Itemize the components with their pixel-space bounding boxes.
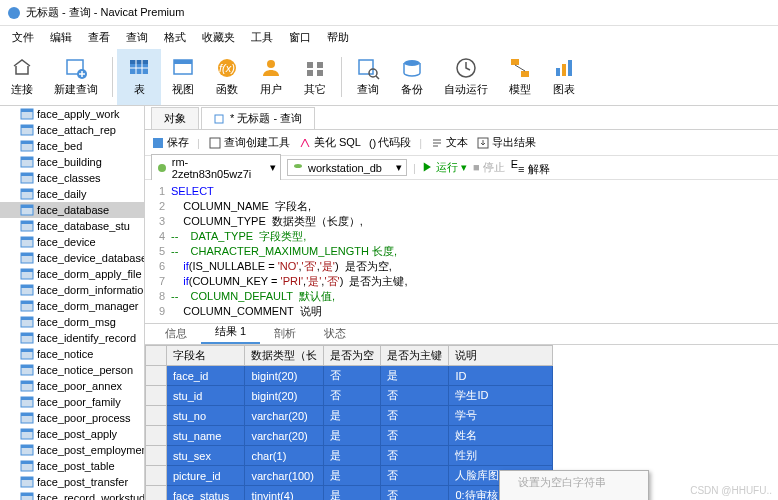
cell[interactable]: ID bbox=[449, 366, 552, 386]
tree-item[interactable]: face_poor_family bbox=[0, 394, 144, 410]
tree-item[interactable]: face_database_stu bbox=[0, 218, 144, 234]
user-button[interactable]: 用户 bbox=[249, 49, 293, 105]
tree-item[interactable]: face_identify_record bbox=[0, 330, 144, 346]
tab-result[interactable]: 结果 1 bbox=[201, 321, 260, 344]
cell[interactable]: 学生ID bbox=[449, 386, 552, 406]
cell[interactable]: 是 bbox=[324, 446, 381, 466]
menu-window[interactable]: 窗口 bbox=[281, 28, 319, 47]
cell[interactable]: 否 bbox=[381, 426, 449, 446]
menu-format[interactable]: 格式 bbox=[156, 28, 194, 47]
beautify-button[interactable]: 美化 SQL bbox=[298, 135, 361, 150]
tree-item[interactable]: face_database bbox=[0, 202, 144, 218]
function-button[interactable]: f(x)函数 bbox=[205, 49, 249, 105]
tree-item[interactable]: face_notice_person bbox=[0, 362, 144, 378]
tree-item[interactable]: face_post_employment bbox=[0, 442, 144, 458]
cell[interactable]: 否 bbox=[324, 366, 381, 386]
cell[interactable]: stu_id bbox=[167, 386, 245, 406]
tree-item[interactable]: face_building bbox=[0, 154, 144, 170]
cell[interactable]: 是 bbox=[381, 366, 449, 386]
cell[interactable]: 否 bbox=[381, 466, 449, 486]
cell[interactable]: face_id bbox=[167, 366, 245, 386]
cell[interactable]: stu_no bbox=[167, 406, 245, 426]
cell[interactable]: 学号 bbox=[449, 406, 552, 426]
cell[interactable]: 是 bbox=[324, 406, 381, 426]
cell[interactable]: 姓名 bbox=[449, 426, 552, 446]
tab-objects[interactable]: 对象 bbox=[151, 107, 199, 129]
tree-item[interactable]: face_device bbox=[0, 234, 144, 250]
cell[interactable]: bigint(20) bbox=[245, 366, 324, 386]
menu-tools[interactable]: 工具 bbox=[243, 28, 281, 47]
ctx-set-null[interactable]: 设置为 NULL bbox=[500, 494, 648, 500]
tree-item[interactable]: face_apply_work bbox=[0, 106, 144, 122]
cell[interactable]: face_status bbox=[167, 486, 245, 501]
connect-button[interactable]: 连接 bbox=[0, 49, 44, 105]
tree-item[interactable]: face_post_table bbox=[0, 458, 144, 474]
column-header[interactable]: 说明 bbox=[449, 346, 552, 366]
cell[interactable]: 是 bbox=[324, 486, 381, 501]
tree-item[interactable]: face_classes bbox=[0, 170, 144, 186]
result-grid[interactable]: 字段名数据类型（长是否为空是否为主键说明face_idbigint(20)否是I… bbox=[145, 345, 778, 500]
table-button[interactable]: 表 bbox=[117, 49, 161, 105]
menu-view[interactable]: 查看 bbox=[80, 28, 118, 47]
menu-favorites[interactable]: 收藏夹 bbox=[194, 28, 243, 47]
tree-item[interactable]: face_dorm_apply_file bbox=[0, 266, 144, 282]
cell[interactable]: 是 bbox=[324, 426, 381, 446]
cell[interactable]: 否 bbox=[381, 486, 449, 501]
query-button[interactable]: 查询 bbox=[346, 49, 390, 105]
cell[interactable]: bigint(20) bbox=[245, 386, 324, 406]
export-button[interactable]: 导出结果 bbox=[476, 135, 536, 150]
chart-button[interactable]: 图表 bbox=[542, 49, 586, 105]
tree-item[interactable]: face_attach_rep bbox=[0, 122, 144, 138]
cell[interactable]: varchar(100) bbox=[245, 466, 324, 486]
tree-item[interactable]: face_post_transfer bbox=[0, 474, 144, 490]
column-header[interactable]: 数据类型（长 bbox=[245, 346, 324, 366]
tree-item[interactable]: face_dorm_information bbox=[0, 282, 144, 298]
cell[interactable]: varchar(20) bbox=[245, 406, 324, 426]
cell[interactable]: varchar(20) bbox=[245, 426, 324, 446]
connection-select[interactable]: rm-2zetn83n05wz7i▾ bbox=[151, 154, 281, 182]
cell[interactable]: stu_sex bbox=[167, 446, 245, 466]
text-button[interactable]: 文本 bbox=[430, 135, 468, 150]
cell[interactable]: 性别 bbox=[449, 446, 552, 466]
other-button[interactable]: 其它 bbox=[293, 49, 337, 105]
tree-item[interactable]: face_device_database bbox=[0, 250, 144, 266]
cell[interactable]: tinyint(4) bbox=[245, 486, 324, 501]
tree-item[interactable]: face_post_apply bbox=[0, 426, 144, 442]
query-builder-button[interactable]: 查询创建工具 bbox=[208, 135, 290, 150]
autorun-button[interactable]: 自动运行 bbox=[434, 49, 498, 105]
menu-help[interactable]: 帮助 bbox=[319, 28, 357, 47]
cell[interactable]: picture_id bbox=[167, 466, 245, 486]
tree-item[interactable]: face_daily bbox=[0, 186, 144, 202]
save-button[interactable]: 保存 bbox=[151, 135, 189, 150]
sql-editor[interactable]: 1SELECT2 COLUMN_NAME 字段名,3 COLUMN_TYPE 数… bbox=[145, 180, 778, 323]
cell[interactable]: 是 bbox=[324, 466, 381, 486]
sidebar[interactable]: face_apply_workface_attach_repface_bedfa… bbox=[0, 106, 145, 500]
cell[interactable]: 否 bbox=[381, 446, 449, 466]
new-query-button[interactable]: 新建查询 bbox=[44, 49, 108, 105]
tab-profile[interactable]: 剖析 bbox=[260, 323, 310, 344]
cell[interactable]: stu_name bbox=[167, 426, 245, 446]
run-button[interactable]: ▶ 运行 ▾ bbox=[422, 160, 467, 175]
explain-button[interactable]: E≡ 解释 bbox=[511, 158, 550, 177]
menu-edit[interactable]: 编辑 bbox=[42, 28, 80, 47]
cell[interactable]: 否 bbox=[381, 406, 449, 426]
menu-query[interactable]: 查询 bbox=[118, 28, 156, 47]
tree-item[interactable]: face_poor_process bbox=[0, 410, 144, 426]
tree-item[interactable]: face_notice bbox=[0, 346, 144, 362]
backup-button[interactable]: 备份 bbox=[390, 49, 434, 105]
tab-status[interactable]: 状态 bbox=[310, 323, 360, 344]
cell[interactable]: 否 bbox=[324, 386, 381, 406]
tab-info[interactable]: 信息 bbox=[151, 323, 201, 344]
column-header[interactable]: 是否为主键 bbox=[381, 346, 449, 366]
cell[interactable]: char(1) bbox=[245, 446, 324, 466]
tree-item[interactable]: face_dorm_manager bbox=[0, 298, 144, 314]
column-header[interactable]: 是否为空 bbox=[324, 346, 381, 366]
ctx-set-blank[interactable]: 设置为空白字符串 bbox=[500, 471, 648, 494]
tree-item[interactable]: face_dorm_msg bbox=[0, 314, 144, 330]
menu-file[interactable]: 文件 bbox=[4, 28, 42, 47]
tree-item[interactable]: face_record_workstudy bbox=[0, 490, 144, 500]
tree-item[interactable]: face_poor_annex bbox=[0, 378, 144, 394]
schema-select[interactable]: workstation_db▾ bbox=[287, 159, 407, 176]
stop-button[interactable]: ■ 停止 bbox=[473, 160, 505, 175]
tree-item[interactable]: face_bed bbox=[0, 138, 144, 154]
